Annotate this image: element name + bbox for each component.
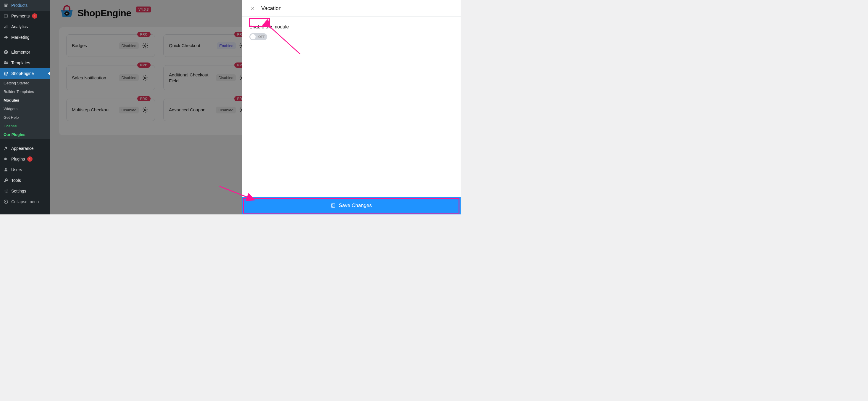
money-icon: [3, 13, 9, 19]
sidebar-label: Settings: [11, 189, 26, 193]
megaphone-icon: [3, 34, 9, 40]
sidebar-label: Users: [11, 167, 22, 172]
sidebar-item-payments[interactable]: Payments 1: [0, 11, 50, 21]
sidebar-item-plugins[interactable]: Plugins 1: [0, 154, 50, 164]
module-card: PROQuick CheckoutEnabled: [163, 34, 252, 57]
plug-icon: [3, 156, 9, 162]
sidebar-item-marketing[interactable]: Marketing: [0, 32, 50, 42]
collapse-icon: [3, 199, 9, 205]
module-status: Enabled: [217, 42, 236, 49]
svg-rect-1: [4, 27, 5, 28]
enable-module-toggle[interactable]: OFF: [249, 33, 267, 40]
module-status: Disabled: [216, 107, 236, 113]
svg-point-10: [6, 75, 7, 76]
sidebar-item-products[interactable]: Products: [0, 0, 50, 11]
sidebar-sub-license[interactable]: License: [0, 122, 50, 130]
module-card: PROBadgesDisabled: [66, 34, 155, 57]
sidebar-item-shopengine[interactable]: ShopEngine: [0, 68, 50, 79]
svg-point-9: [5, 75, 5, 76]
sidebar-label: Plugins: [11, 157, 25, 162]
gear-icon[interactable]: [141, 106, 149, 114]
module-card: PROMultistep CheckoutDisabled: [66, 98, 155, 121]
version-badge: V4.6.3: [136, 6, 151, 12]
svg-rect-8: [6, 53, 7, 53]
sidebar-item-tools[interactable]: Tools: [0, 175, 50, 186]
pro-badge: PRO: [137, 32, 151, 37]
module-title: Additional Checkout Field: [169, 72, 213, 84]
svg-rect-7: [6, 52, 7, 52]
sidebar-sub-our-plugins[interactable]: Our Plugins: [0, 130, 50, 139]
sidebar-item-users[interactable]: Users: [0, 164, 50, 175]
module-card: PROAdvanced CouponDisabled: [163, 98, 252, 121]
sidebar-item-settings[interactable]: Settings: [0, 186, 50, 196]
svg-point-14: [66, 13, 68, 14]
sidebar-label: Tools: [11, 178, 21, 183]
sidebar-item-collapse[interactable]: Collapse menu: [0, 196, 50, 207]
module-title: Sales Notification: [72, 75, 106, 81]
save-button-label: Save Changes: [339, 203, 372, 208]
svg-rect-5: [5, 51, 6, 53]
svg-point-18: [144, 77, 146, 79]
folder-icon: [3, 60, 9, 66]
module-status: Disabled: [216, 74, 236, 81]
sidebar-label: Elementor: [11, 50, 30, 55]
module-title: Badges: [72, 42, 87, 49]
settings-panel: Vacation Enable the module OFF Save Chan…: [242, 0, 461, 214]
sidebar-sub-getting-started[interactable]: Getting Started: [0, 79, 50, 87]
svg-point-21: [144, 109, 146, 111]
sidebar-sub-builder-templates[interactable]: Builder Templates: [0, 87, 50, 96]
cart-gear-icon: [3, 70, 9, 77]
sidebar-sub-get-help[interactable]: Get Help: [0, 113, 50, 122]
brand-name: ShopEngine: [78, 8, 131, 19]
sliders-icon: [3, 188, 9, 194]
shopengine-logo-icon: [59, 5, 74, 21]
admin-sidebar: Products Payments 1 Analytics Marketing …: [0, 0, 50, 214]
badge-count: 1: [27, 156, 33, 162]
module-status: Disabled: [119, 74, 139, 81]
sidebar-label: Marketing: [11, 35, 29, 40]
sidebar-sub-modules[interactable]: Modules: [0, 96, 50, 105]
sidebar-label: Appearance: [11, 146, 34, 151]
module-status: Disabled: [119, 42, 139, 49]
enable-module-label: Enable the module: [249, 24, 453, 30]
user-icon: [3, 167, 9, 173]
toggle-state-label: OFF: [258, 35, 265, 38]
module-status: Disabled: [119, 107, 139, 113]
panel-title: Vacation: [261, 5, 282, 11]
svg-rect-2: [6, 26, 6, 28]
module-title: Quick Checkout: [169, 42, 200, 49]
module-card: PROAdditional Checkout FieldDisabled: [163, 65, 252, 90]
save-icon: [331, 203, 336, 208]
module-title: Multistep Checkout: [72, 107, 110, 113]
brush-icon: [3, 145, 9, 151]
svg-point-12: [4, 200, 8, 203]
svg-rect-23: [331, 204, 335, 207]
sidebar-label: ShopEngine: [11, 71, 34, 76]
brand-logo: ShopEngine: [59, 5, 131, 21]
gear-icon[interactable]: [141, 41, 149, 50]
sidebar-label: Products: [11, 3, 28, 8]
module-title: Advanced Coupon: [169, 107, 205, 113]
sidebar-label: Templates: [11, 60, 30, 65]
pro-badge: PRO: [137, 62, 151, 68]
sidebar-item-elementor[interactable]: Elementor: [0, 47, 50, 57]
svg-point-11: [5, 168, 6, 170]
wrench-icon: [3, 177, 9, 183]
sidebar-item-analytics[interactable]: Analytics: [0, 21, 50, 32]
sidebar-sub-widgets[interactable]: Widgets: [0, 105, 50, 113]
sidebar-item-appearance[interactable]: Appearance: [0, 143, 50, 154]
pro-badge: PRO: [137, 96, 151, 101]
sidebar-label: Payments: [11, 13, 30, 18]
sidebar-label: Analytics: [11, 24, 28, 29]
svg-point-15: [144, 45, 146, 47]
svg-rect-6: [6, 51, 7, 52]
elementor-icon: [3, 49, 9, 55]
svg-rect-3: [7, 25, 7, 28]
main-area: ShopEngine V4.6.3 PROBadgesDisabledPROQu…: [50, 0, 461, 214]
sidebar-item-templates[interactable]: Templates: [0, 57, 50, 68]
gear-icon[interactable]: [141, 74, 149, 82]
close-icon[interactable]: [249, 5, 256, 11]
archive-icon: [3, 2, 9, 8]
sidebar-label: Collapse menu: [11, 199, 39, 204]
save-changes-button[interactable]: Save Changes: [242, 197, 461, 214]
